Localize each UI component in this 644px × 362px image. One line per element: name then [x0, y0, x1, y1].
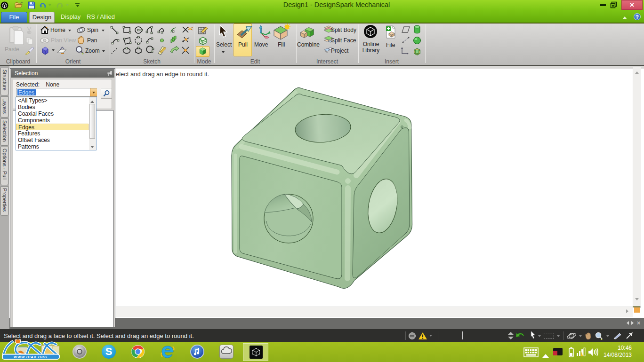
svg-text:WWW.ICAX.ORG: WWW.ICAX.ORG — [14, 355, 48, 359]
